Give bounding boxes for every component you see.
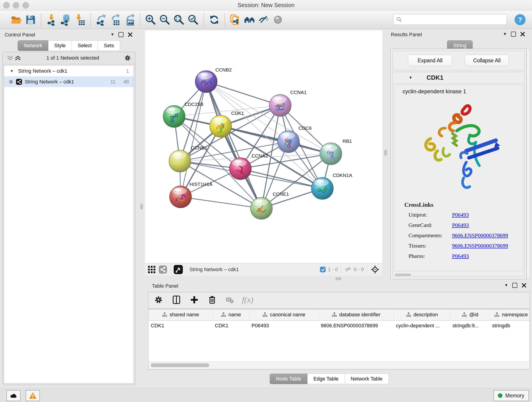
import-network-file-button[interactable]: [44, 13, 59, 27]
export-network-button[interactable]: [94, 13, 108, 27]
highlight-toggle-button[interactable]: [271, 13, 285, 27]
column-header-id[interactable]: @id: [450, 309, 490, 320]
crosslink-link[interactable]: 9606.ENSP00000378699: [452, 232, 508, 239]
network-view-canvas[interactable]: CCNB2CCNA1CDC25BCDK1CDC6RB1CCNB1CCNA2CDK…: [145, 31, 382, 263]
table-hscroll-thumb[interactable]: [151, 363, 209, 367]
expand-all-button[interactable]: Expand All: [408, 55, 452, 66]
delete-table-icon[interactable]: [225, 295, 234, 304]
node-result-header[interactable]: ▼ CDK1: [393, 72, 524, 84]
collection-expand-icon[interactable]: ▼: [10, 69, 13, 73]
crosslink-link[interactable]: P06493: [452, 222, 469, 228]
column-header-name[interactable]: name: [213, 309, 249, 320]
table-cell[interactable]: CDK1: [148, 321, 213, 331]
node-CDC6[interactable]: CDC6: [278, 125, 312, 153]
node-CCNB1[interactable]: CCNB1: [169, 145, 207, 172]
node-CCNB2[interactable]: CCNB2: [195, 67, 232, 93]
tab-edge-table[interactable]: Edge Table: [307, 374, 345, 384]
network-row[interactable]: String Network – cdk1 11 48: [4, 76, 133, 87]
memory-button[interactable]: Memory: [494, 390, 529, 401]
collapse-all-icon[interactable]: [6, 55, 14, 61]
crosslink-link[interactable]: 9606.ENSP00000378699: [452, 243, 508, 249]
function-builder-icon[interactable]: f(x): [242, 295, 253, 305]
zoom-fit-button[interactable]: [172, 13, 186, 27]
table-cell[interactable]: stringdb:9...: [450, 321, 490, 331]
gear-icon[interactable]: [124, 54, 132, 62]
edge-CCNB2-CCNE1[interactable]: [206, 82, 261, 208]
table-cell[interactable]: CDK1: [213, 321, 249, 331]
node-CDKN1A[interactable]: CDKN1A: [311, 172, 352, 199]
table-cell[interactable]: cyclin-dependent ...: [394, 321, 450, 331]
expand-all-icon[interactable]: [14, 55, 22, 61]
add-column-icon[interactable]: [189, 295, 199, 305]
vertical-scrollbar-track[interactable]: [526, 49, 530, 279]
node-CDK1[interactable]: CDK1: [210, 110, 244, 137]
splitter-handle[interactable]: [384, 150, 387, 156]
crosslink-link[interactable]: P06493: [452, 253, 469, 259]
network-view-icon[interactable]: [159, 265, 167, 274]
table-cell[interactable]: P06493: [249, 321, 318, 331]
warnings-button[interactable]: [26, 390, 40, 401]
node-CCNA1[interactable]: CCNA1: [269, 89, 307, 116]
search-input[interactable]: [402, 16, 507, 23]
panel-float-icon[interactable]: [511, 32, 516, 37]
show-columns-icon[interactable]: [171, 295, 181, 305]
table-gear-icon[interactable]: [153, 295, 164, 305]
show-all-button[interactable]: [242, 13, 257, 27]
panel-menu-icon[interactable]: ▼: [110, 32, 114, 37]
splitter-handle[interactable]: [336, 277, 341, 280]
node-HIST1H1A[interactable]: HIST1H1A: [170, 182, 212, 208]
table-row[interactable]: CDK1CDK1P064939606.ENSP00000378699cyclin…: [148, 321, 530, 331]
help-button[interactable]: ?: [515, 14, 526, 25]
import-network-database-button[interactable]: [59, 13, 73, 27]
automation-status-button[interactable]: [6, 390, 21, 401]
panel-menu-icon[interactable]: ▼: [503, 32, 507, 36]
delete-column-icon[interactable]: [207, 295, 217, 305]
splitter-handle[interactable]: [140, 204, 143, 210]
selected-checkbox-icon[interactable]: [320, 266, 326, 273]
panel-menu-icon[interactable]: ▼: [504, 283, 508, 288]
grid-view-icon[interactable]: [148, 266, 156, 274]
panel-close-icon[interactable]: [128, 32, 133, 37]
open-session-button[interactable]: [9, 13, 23, 27]
zoom-out-button[interactable]: [158, 13, 172, 27]
edge-HIST1H1A-CCNB2[interactable]: [181, 82, 206, 197]
edge-CCNB2-CCNA1[interactable]: [206, 82, 280, 105]
tab-sets[interactable]: Sets: [98, 40, 120, 51]
tab-network[interactable]: Network: [18, 40, 49, 51]
export-image-button[interactable]: [122, 13, 137, 27]
column-header-sharedname[interactable]: shared name: [148, 309, 213, 320]
panel-float-icon[interactable]: [119, 32, 123, 37]
crosslink-link[interactable]: P06493: [452, 212, 469, 218]
birdseye-view-icon[interactable]: [174, 265, 183, 274]
table-cell[interactable]: stringdb: [490, 321, 530, 331]
table-cell[interactable]: 9606.ENSP00000378699: [318, 321, 394, 331]
table-horizontal-scrollbar[interactable]: [148, 362, 530, 369]
network-graph[interactable]: CCNB2CCNA1CDC25BCDK1CDC6RB1CCNB1CCNA2CDK…: [145, 31, 382, 263]
fit-content-crosshair-icon[interactable]: [370, 265, 380, 274]
graphics-details-button[interactable]: [257, 13, 271, 27]
node-RB1[interactable]: RB1: [320, 138, 352, 165]
column-header-namespace[interactable]: namespace: [490, 309, 530, 320]
column-header-canonicalname[interactable]: canonical name: [249, 309, 318, 320]
panel-close-icon[interactable]: [521, 283, 526, 288]
edge-HIST1H1A-CCNE1[interactable]: [181, 197, 261, 208]
panel-float-icon[interactable]: [512, 283, 517, 288]
tab-select[interactable]: Select: [72, 40, 98, 51]
zoom-in-button[interactable]: [143, 13, 158, 27]
first-neighbors-button[interactable]: [228, 13, 242, 27]
tab-style[interactable]: Style: [48, 40, 72, 51]
column-header-description[interactable]: description: [394, 309, 450, 320]
hidden-eye-icon[interactable]: [345, 266, 352, 273]
panel-close-icon[interactable]: [520, 32, 525, 37]
export-table-button[interactable]: [108, 13, 122, 27]
save-session-button[interactable]: [23, 13, 38, 27]
network-collection-row[interactable]: ▼ String Network – cdk1 1: [4, 65, 133, 76]
tab-network-table[interactable]: Network Table: [345, 374, 389, 384]
zoom-selected-button[interactable]: [186, 13, 200, 27]
collapse-all-button[interactable]: Collapse All: [465, 55, 509, 66]
tab-node-table[interactable]: Node Table: [270, 374, 307, 384]
horizontal-scrollbar-thumb[interactable]: [395, 274, 411, 276]
import-table-file-button[interactable]: [73, 13, 87, 27]
refresh-button[interactable]: [207, 13, 221, 27]
entry-collapse-icon[interactable]: ▼: [409, 76, 412, 80]
